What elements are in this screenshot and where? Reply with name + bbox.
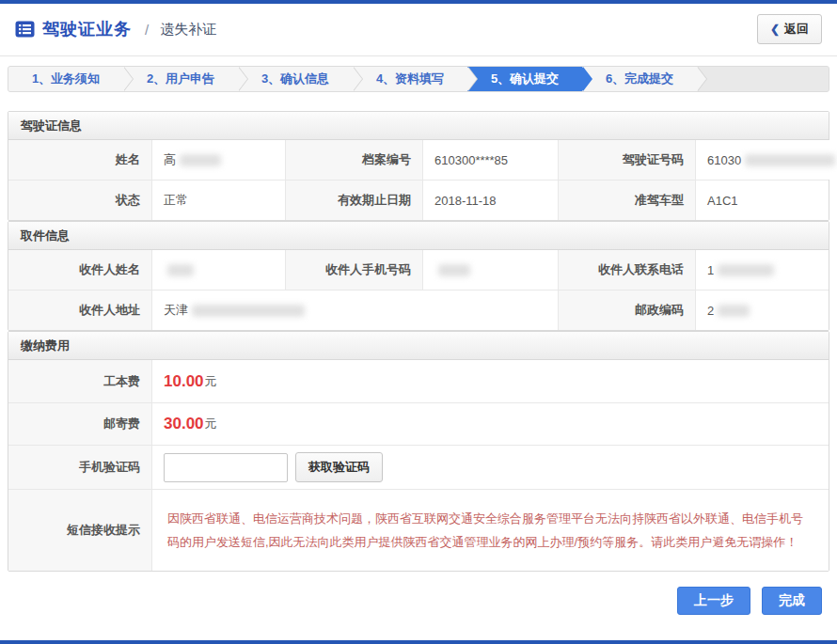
- page-header: 驾驶证业务 / 遗失补证 ❮ 返回: [0, 4, 837, 56]
- redacted-value: [745, 154, 835, 166]
- page-subtitle: 遗失补证: [160, 21, 216, 39]
- value-recipient-mobile: [422, 250, 558, 290]
- label-work-fee: 工本费: [8, 360, 151, 402]
- value-license-number: 61030: [695, 140, 837, 180]
- label-vehicle-class: 准驾车型: [558, 181, 695, 220]
- footer-actions: 上一步 完成: [8, 572, 829, 615]
- table-row: 邮寄费 30.00 元: [8, 402, 829, 445]
- value-recipient-address: 天津: [151, 291, 558, 330]
- table-row: 姓名 高 档案编号 610300****85 驾驶证号码 61030: [8, 140, 829, 180]
- value-vehicle-class: A1C1: [695, 181, 829, 220]
- label-sms-notice: 短信接收提示: [8, 490, 151, 571]
- label-recipient-phone: 收件人联系电话: [558, 250, 695, 290]
- label-name: 姓名: [8, 140, 151, 180]
- sms-notice-cell: 因陕西省联通、电信运营商技术问题，陕西省互联网交通安全综合服务管理平台无法向持陕…: [151, 490, 829, 571]
- breadcrumb: 驾驶证业务 / 遗失补证: [15, 18, 216, 40]
- redacted-value: [438, 264, 470, 276]
- value-file-number: 610300****85: [422, 140, 558, 180]
- value-recipient-phone: 1: [695, 250, 829, 290]
- value-status: 正常: [151, 181, 285, 220]
- page: 驾驶证业务 / 遗失补证 ❮ 返回 1、业务须知 2、用户申告 3、确认信息 4…: [0, 0, 837, 644]
- redacted-value: [192, 305, 305, 317]
- label-postal-code: 邮政编码: [558, 291, 695, 330]
- currency-unit: 元: [205, 416, 217, 432]
- label-expiry-date: 有效期止日期: [285, 181, 422, 220]
- label-sms-captcha: 手机验证码: [8, 446, 151, 489]
- get-captcha-button[interactable]: 获取验证码: [295, 452, 383, 482]
- previous-step-button[interactable]: 上一步: [677, 587, 750, 615]
- step-3-confirm-info: 3、确认信息: [238, 67, 353, 91]
- step-5-confirm-submit-active: 5、确认提交: [467, 67, 582, 91]
- value-postal-code: 2: [695, 291, 829, 330]
- currency-unit: 元: [205, 373, 217, 390]
- section-pickup-info: 取件信息 收件人姓名 收件人手机号码 收件人联系电话 1 收件人地址 天津: [8, 221, 829, 331]
- value-name: 高: [151, 140, 285, 180]
- mail-fee-amount: 30.00: [164, 415, 204, 433]
- back-button-label: 返回: [784, 21, 809, 38]
- value-recipient-name: [151, 250, 285, 290]
- step-wizard: 1、业务须知 2、用户申告 3、确认信息 4、资料填写 5、确认提交 6、完成提…: [8, 66, 829, 92]
- section-license-info: 驾驶证信息 姓名 高 档案编号 610300****85 驾驶证号码 61030…: [8, 111, 829, 221]
- section-pickup-title: 取件信息: [8, 222, 829, 250]
- redacted-value: [180, 154, 221, 166]
- work-fee-amount: 10.00: [164, 372, 204, 391]
- section-license-title: 驾驶证信息: [8, 112, 829, 140]
- content: 1、业务须知 2、用户申告 3、确认信息 4、资料填写 5、确认提交 6、完成提…: [0, 66, 837, 615]
- breadcrumb-separator: /: [145, 22, 149, 38]
- license-menu-icon: [15, 21, 35, 38]
- chevron-left-icon: ❮: [770, 23, 780, 36]
- label-recipient-name: 收件人姓名: [8, 250, 151, 290]
- label-recipient-address: 收件人地址: [8, 291, 151, 330]
- redacted-value: [718, 305, 750, 317]
- label-file-number: 档案编号: [285, 140, 422, 180]
- page-title: 驾驶证业务: [42, 18, 132, 40]
- label-status: 状态: [8, 181, 151, 220]
- value-mail-fee: 30.00 元: [151, 403, 829, 445]
- section-fees: 缴纳费用 工本费 10.00 元 邮寄费 30.00 元 手机验证码: [8, 331, 829, 572]
- captcha-cell: 获取验证码: [151, 446, 829, 489]
- table-row: 手机验证码 获取验证码: [8, 445, 829, 489]
- step-2-user-declaration: 2、用户申告: [123, 67, 238, 91]
- sms-notice-text: 因陕西省联通、电信运营商技术问题，陕西省互联网交通安全综合服务管理平台无法向持陕…: [164, 495, 817, 565]
- step-4-fill-data: 4、资料填写: [353, 67, 467, 91]
- finish-button[interactable]: 完成: [762, 587, 822, 615]
- back-button[interactable]: ❮ 返回: [757, 14, 822, 44]
- table-row: 收件人姓名 收件人手机号码 收件人联系电话 1: [8, 250, 829, 290]
- table-row: 收件人地址 天津 邮政编码 2: [8, 290, 829, 330]
- sms-captcha-input[interactable]: [164, 453, 288, 482]
- value-work-fee: 10.00 元: [151, 360, 829, 402]
- step-1-business-notice: 1、业务须知: [8, 67, 123, 91]
- table-row: 工本费 10.00 元: [8, 360, 829, 402]
- label-recipient-mobile: 收件人手机号码: [285, 250, 422, 290]
- redacted-value: [718, 264, 774, 276]
- redacted-value: [167, 264, 194, 276]
- section-fees-title: 缴纳费用: [8, 332, 829, 360]
- label-mail-fee: 邮寄费: [8, 403, 151, 445]
- table-row: 短信接收提示 因陕西省联通、电信运营商技术问题，陕西省互联网交通安全综合服务管理…: [8, 489, 829, 571]
- label-license-number: 驾驶证号码: [558, 140, 695, 180]
- value-expiry-date: 2018-11-18: [422, 181, 558, 220]
- table-row: 状态 正常 有效期止日期 2018-11-18 准驾车型 A1C1: [8, 180, 829, 220]
- step-wizard-tail: [697, 67, 829, 91]
- step-6-complete-submit: 6、完成提交: [582, 67, 697, 91]
